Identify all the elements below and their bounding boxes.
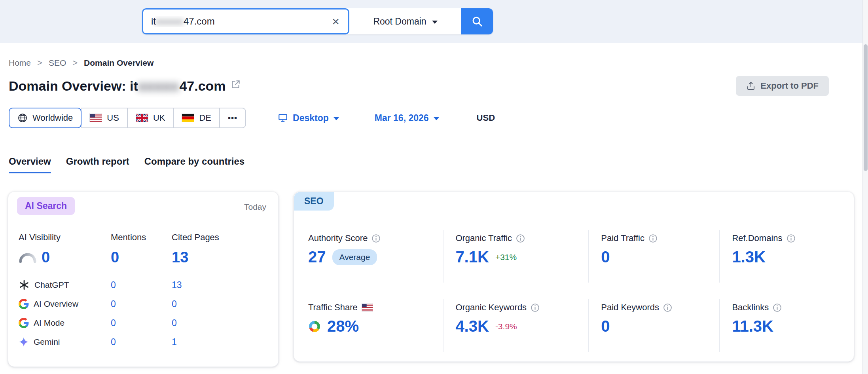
ai-row-chatgpt[interactable]: ChatGPT 0 13 <box>19 275 268 294</box>
info-icon[interactable] <box>531 303 540 312</box>
info-icon[interactable] <box>648 234 658 243</box>
scrollbar-thumb[interactable] <box>864 44 868 171</box>
region-label: DE <box>199 113 211 123</box>
organic-traffic-delta: +31% <box>495 252 517 262</box>
uk-flag-icon <box>136 114 148 122</box>
info-icon[interactable] <box>371 234 381 243</box>
tab-compare-by-countries[interactable]: Compare by countries <box>144 156 244 173</box>
metric-organic-traffic: Organic Traffic 7.1K +31% <box>443 230 588 283</box>
tab-growth-report[interactable]: Growth report <box>66 156 129 173</box>
backlinks-value[interactable]: 11.3K <box>732 317 773 335</box>
search-scope-label: Root Domain <box>373 16 426 27</box>
search-button[interactable] <box>461 8 493 34</box>
gemini-icon <box>19 337 29 347</box>
date-dropdown[interactable]: Mar 16, 2026 <box>375 113 439 123</box>
search-icon <box>471 15 483 27</box>
col-mentions: Mentions <box>111 232 172 243</box>
metric-label-row: Traffic Share <box>308 302 439 313</box>
external-link-icon[interactable] <box>231 79 241 89</box>
paid-keywords-value[interactable]: 0 <box>601 317 610 335</box>
authority-score-value[interactable]: 27 <box>308 248 326 266</box>
traffic-share-value[interactable]: 28% <box>327 317 359 335</box>
breadcrumb-home[interactable]: Home <box>9 58 31 68</box>
info-icon[interactable] <box>773 303 782 312</box>
engine-name: Gemini <box>34 337 60 347</box>
metric-paid-keywords: Paid Keywords 0 <box>588 299 719 352</box>
domain-prefix: it <box>151 16 156 27</box>
vertical-scrollbar[interactable] <box>862 0 868 374</box>
cited-pages-value[interactable]: 0 <box>172 299 268 309</box>
date-label: Mar 16, 2026 <box>375 113 429 123</box>
more-regions-button[interactable]: ••• <box>219 108 246 128</box>
ai-row-ai-overview[interactable]: AI Overview 0 0 <box>19 294 268 313</box>
export-to-pdf-button[interactable]: Export to PDF <box>736 76 829 96</box>
region-de-button[interactable]: DE <box>173 108 220 128</box>
cited-pages-total-value[interactable]: 13 <box>172 249 268 266</box>
metric-value-row: 0 <box>601 317 715 335</box>
google-icon <box>19 299 29 309</box>
region-uk-button[interactable]: UK <box>127 108 174 128</box>
search-input[interactable]: itxxxxx47.com × <box>142 8 349 34</box>
ai-row-gemini[interactable]: Gemini 0 1 <box>19 332 268 351</box>
ai-table-header: AI Visibility Mentions Cited Pages <box>19 232 268 243</box>
breadcrumb-seo[interactable]: SEO <box>49 58 66 68</box>
metric-ref-domains: Ref.Domains 1.3K <box>719 230 854 283</box>
cited-pages-value[interactable]: 0 <box>172 318 268 328</box>
engine-name: AI Mode <box>34 318 64 328</box>
breadcrumb-separator: > <box>37 58 42 68</box>
ai-visibility-value[interactable]: 0 <box>42 249 50 266</box>
chatgpt-icon <box>19 279 30 290</box>
ref-domains-value[interactable]: 1.3K <box>732 248 766 266</box>
metric-label: Paid Keywords <box>601 302 659 313</box>
ai-search-period: Today <box>244 202 266 212</box>
globe-icon <box>17 113 28 123</box>
mentions-value[interactable]: 0 <box>111 337 172 347</box>
organic-traffic-value[interactable]: 7.1K <box>455 248 489 266</box>
region-label: Worldwide <box>32 113 73 123</box>
mentions-value[interactable]: 0 <box>111 280 172 290</box>
gauge-icon <box>19 252 37 263</box>
currency-selector[interactable]: USD <box>477 113 495 123</box>
mentions-value[interactable]: 0 <box>111 299 172 309</box>
cited-pages-value[interactable]: 1 <box>172 337 268 347</box>
device-label: Desktop <box>293 113 329 123</box>
device-dropdown[interactable]: Desktop <box>278 113 339 123</box>
search-scope-dropdown[interactable]: Root Domain <box>349 8 461 34</box>
top-bar: itxxxxx47.com × Root Domain <box>0 0 868 43</box>
domain-search-bar: itxxxxx47.com × Root Domain <box>142 8 493 34</box>
region-us-button[interactable]: US <box>81 108 128 128</box>
ai-search-card: AI Search Today AI Visibility Mentions C… <box>8 192 279 367</box>
breadcrumb: Home > SEO > Domain Overview <box>9 58 154 68</box>
region-label: US <box>107 113 119 123</box>
ai-engine-rows: ChatGPT 0 13 AI Overview <box>19 275 268 351</box>
clear-search-icon[interactable]: × <box>329 14 343 28</box>
tab-overview[interactable]: Overview <box>9 156 51 173</box>
ai-row-ai-mode[interactable]: AI Mode 0 0 <box>19 313 268 332</box>
ai-search-badge: AI Search <box>17 197 75 215</box>
cited-pages-value[interactable]: 13 <box>172 280 268 290</box>
breadcrumb-separator: > <box>72 58 78 68</box>
info-icon[interactable] <box>516 234 525 243</box>
organic-keywords-value[interactable]: 4.3K <box>455 317 489 335</box>
export-icon <box>746 81 756 91</box>
region-worldwide-button[interactable]: Worldwide <box>9 108 81 128</box>
engine-cell: AI Mode <box>19 318 111 328</box>
info-icon[interactable] <box>787 234 796 243</box>
metric-value-row: 4.3K -3.9% <box>455 317 584 335</box>
mentions-value[interactable]: 0 <box>111 318 172 328</box>
metric-organic-keywords: Organic Keywords 4.3K -3.9% <box>443 299 588 352</box>
metric-backlinks: Backlinks 11.3K <box>719 299 854 352</box>
page-title: Domain Overview: itxxxxx47.com <box>9 78 241 94</box>
metric-value-row: 0 <box>601 248 715 266</box>
overview-cards: AI Search Today AI Visibility Mentions C… <box>8 192 854 367</box>
ai-visibility-total: 0 <box>19 249 111 266</box>
info-icon[interactable] <box>663 303 672 312</box>
mentions-total-value[interactable]: 0 <box>111 249 172 266</box>
metric-label: Traffic Share <box>308 302 358 313</box>
paid-traffic-value[interactable]: 0 <box>601 248 610 266</box>
metric-label: Authority Score <box>308 233 368 243</box>
organic-keywords-delta: -3.9% <box>495 322 517 331</box>
metric-label-row: Backlinks <box>732 302 850 313</box>
engine-cell: AI Overview <box>19 299 111 309</box>
metric-value-row: 1.3K <box>732 248 850 266</box>
